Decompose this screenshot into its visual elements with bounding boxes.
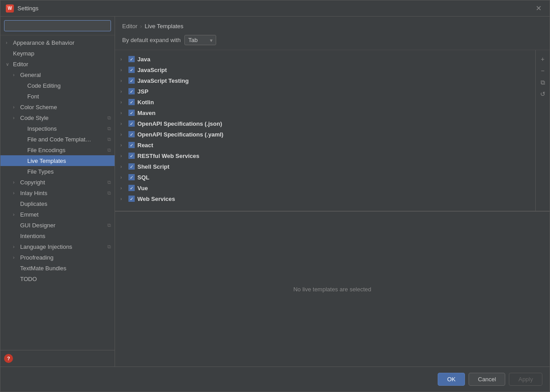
remove-button[interactable]: − bbox=[537, 65, 548, 76]
chevron-right-icon: › bbox=[120, 196, 126, 201]
sidebar-item-keymap[interactable]: Keymap bbox=[0, 48, 115, 59]
template-group-item[interactable]: › Maven bbox=[115, 107, 535, 118]
sidebar-item-emmet[interactable]: › Emmet bbox=[0, 209, 115, 220]
sidebar-item-label: Keymap bbox=[13, 50, 111, 57]
sidebar-item-gui-designer[interactable]: GUI Designer ⧉ bbox=[0, 220, 115, 230]
help-button[interactable]: ? bbox=[4, 354, 13, 363]
sidebar-item-label: Font bbox=[27, 93, 111, 100]
side-toolbar: + − ⧉ ↺ bbox=[535, 50, 550, 211]
sidebar-item-label: Inspections bbox=[27, 125, 106, 132]
template-group-item[interactable]: › RESTful Web Services bbox=[115, 150, 535, 161]
template-group-item[interactable]: › Java bbox=[115, 54, 535, 64]
chevron-right-icon: › bbox=[120, 132, 126, 137]
sidebar-item-code-style[interactable]: › Code Style ⧉ bbox=[0, 112, 115, 123]
sidebar-item-duplicates[interactable]: Duplicates bbox=[0, 198, 115, 209]
sidebar-item-appearance[interactable]: › Appearance & Behavior bbox=[0, 37, 115, 48]
template-checkbox[interactable] bbox=[128, 163, 135, 170]
chevron-right-icon: › bbox=[13, 115, 19, 120]
sidebar-item-label: File and Code Templat… bbox=[27, 136, 106, 143]
template-checkbox[interactable] bbox=[128, 174, 135, 180]
chevron-right-icon: › bbox=[120, 111, 126, 115]
main-content: Editor › Live Templates By default expan… bbox=[115, 17, 550, 366]
sidebar-item-color-scheme[interactable]: › Color Scheme bbox=[0, 102, 115, 112]
copy-button[interactable]: ⧉ bbox=[537, 77, 548, 88]
add-button[interactable]: + bbox=[537, 54, 548, 64]
expand-setting: By default expand with Tab Space Enter ▼ bbox=[122, 35, 542, 45]
chevron-right-icon: › bbox=[6, 40, 12, 45]
main-header: Editor › Live Templates By default expan… bbox=[115, 17, 550, 50]
template-checkbox[interactable] bbox=[128, 67, 135, 73]
template-group-item[interactable]: › SQL bbox=[115, 172, 535, 183]
sidebar: 🔍 › Appearance & Behavior Keymap ∨ bbox=[0, 17, 115, 366]
search-input[interactable] bbox=[4, 20, 111, 31]
template-group-item[interactable]: › OpenAPI Specifications (.json) bbox=[115, 118, 535, 129]
sidebar-item-todo[interactable]: TODO bbox=[0, 273, 115, 284]
sidebar-item-label: Appearance & Behavior bbox=[13, 39, 111, 46]
template-checkbox[interactable] bbox=[128, 88, 135, 94]
window-title: Settings bbox=[17, 5, 38, 12]
templates-list-area: › Java › JavaScript › JavaScript Testing… bbox=[115, 50, 535, 211]
chevron-right-icon: › bbox=[13, 255, 19, 260]
chevron-right-icon: › bbox=[13, 72, 19, 77]
sidebar-item-file-encodings[interactable]: File Encodings ⧉ bbox=[0, 145, 115, 155]
sidebar-item-textmate-bundles[interactable]: TextMate Bundles bbox=[0, 263, 115, 273]
cancel-button[interactable]: Cancel bbox=[469, 373, 505, 386]
sidebar-item-code-editing[interactable]: Code Editing bbox=[0, 80, 115, 91]
template-group-item[interactable]: › Web Services bbox=[115, 193, 535, 204]
detail-area: No live templates are selected bbox=[115, 211, 550, 366]
sidebar-item-proofreading[interactable]: › Proofreading bbox=[0, 252, 115, 263]
copy-icon: ⧉ bbox=[107, 244, 111, 250]
template-name: JSP bbox=[137, 88, 149, 95]
template-name: OpenAPI Specifications (.yaml) bbox=[137, 131, 223, 138]
chevron-right-icon: › bbox=[120, 57, 126, 62]
sidebar-item-inspections[interactable]: Inspections ⧉ bbox=[0, 123, 115, 134]
template-group-item[interactable]: › OpenAPI Specifications (.yaml) bbox=[115, 129, 535, 140]
template-checkbox[interactable] bbox=[128, 196, 135, 202]
template-group-item[interactable]: › React bbox=[115, 140, 535, 150]
sidebar-item-intentions[interactable]: Intentions bbox=[0, 230, 115, 241]
chevron-right-icon: › bbox=[120, 153, 126, 158]
sidebar-item-font[interactable]: Font bbox=[0, 91, 115, 102]
sidebar-item-inlay-hints[interactable]: › Inlay Hints ⧉ bbox=[0, 187, 115, 198]
sidebar-item-label: Copyright bbox=[20, 179, 106, 186]
template-checkbox[interactable] bbox=[128, 56, 135, 62]
sidebar-item-label: Live Templates bbox=[27, 158, 111, 164]
sidebar-item-editor[interactable]: ∨ Editor bbox=[0, 59, 115, 69]
template-group-item[interactable]: › JavaScript Testing bbox=[115, 75, 535, 86]
template-group-item[interactable]: › JavaScript bbox=[115, 64, 535, 75]
sidebar-item-label: Language Injections bbox=[20, 243, 106, 250]
expand-label: By default expand with bbox=[122, 37, 181, 43]
chevron-right-icon: › bbox=[120, 143, 126, 148]
apply-button[interactable]: Apply bbox=[509, 373, 542, 386]
template-checkbox[interactable] bbox=[128, 110, 135, 116]
copy-icon: ⧉ bbox=[107, 126, 111, 132]
sidebar-item-general[interactable]: › General bbox=[0, 69, 115, 80]
template-checkbox[interactable] bbox=[128, 99, 135, 105]
chevron-right-icon: › bbox=[13, 180, 19, 185]
chevron-right-icon: › bbox=[120, 68, 126, 72]
breadcrumb: Editor › Live Templates bbox=[122, 23, 542, 30]
template-checkbox[interactable] bbox=[128, 77, 135, 84]
template-name: RESTful Web Services bbox=[137, 153, 199, 159]
template-group-item[interactable]: › Shell Script bbox=[115, 161, 535, 172]
template-group-item[interactable]: › Kotlin bbox=[115, 97, 535, 107]
template-checkbox[interactable] bbox=[128, 153, 135, 159]
title-bar-left: W Settings bbox=[6, 4, 38, 13]
sidebar-item-language-injections[interactable]: › Language Injections ⧉ bbox=[0, 241, 115, 252]
template-group-item[interactable]: › Vue bbox=[115, 183, 535, 193]
sidebar-item-copyright[interactable]: › Copyright ⧉ bbox=[0, 177, 115, 187]
sidebar-item-file-code-templates[interactable]: File and Code Templat… ⧉ bbox=[0, 134, 115, 145]
template-checkbox[interactable] bbox=[128, 131, 135, 137]
app-icon: W bbox=[6, 4, 14, 13]
expand-dropdown[interactable]: Tab Space Enter bbox=[184, 35, 216, 45]
template-checkbox[interactable] bbox=[128, 120, 135, 127]
template-group-item[interactable]: › JSP bbox=[115, 86, 535, 97]
sidebar-item-live-templates[interactable]: Live Templates bbox=[0, 155, 115, 166]
sidebar-bottom: ? bbox=[0, 350, 115, 366]
template-checkbox[interactable] bbox=[128, 185, 135, 191]
sidebar-item-file-types[interactable]: File Types bbox=[0, 166, 115, 177]
close-button[interactable]: ✕ bbox=[533, 3, 544, 13]
template-checkbox[interactable] bbox=[128, 142, 135, 148]
history-button[interactable]: ↺ bbox=[537, 89, 548, 99]
ok-button[interactable]: OK bbox=[438, 373, 465, 386]
